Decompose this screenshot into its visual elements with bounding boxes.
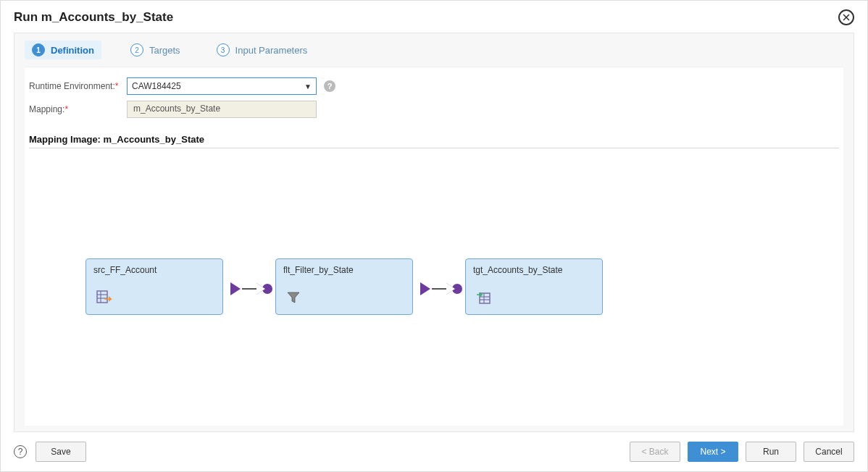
dialog-title: Run m_Accounts_by_State — [14, 10, 173, 25]
mapping-canvas: src_FF_Account — [29, 156, 839, 373]
help-icon[interactable]: ? — [324, 80, 335, 92]
dialog-footer: ? Save < Back Next > Run Cancel — [1, 432, 867, 471]
select-value: CAW184425 — [132, 81, 181, 91]
close-button[interactable] — [838, 9, 854, 25]
tab-targets[interactable]: 2 Targets — [123, 41, 188, 59]
runtime-env-row: Runtime Environment:* CAW184425 ▼ ? — [29, 77, 839, 95]
chevron-down-icon: ▼ — [304, 83, 312, 90]
node-title: tgt_Accounts_by_State — [473, 265, 595, 275]
node-filter[interactable]: flt_Filter_by_State — [275, 258, 413, 315]
runtime-env-select[interactable]: CAW184425 ▼ — [127, 77, 317, 95]
label-text: Mapping: — [29, 104, 64, 114]
arrow-icon — [230, 282, 241, 295]
section-divider — [29, 148, 839, 148]
save-button[interactable]: Save — [36, 442, 86, 462]
node-target[interactable]: tgt_Accounts_by_State — [465, 258, 603, 315]
tab-definition[interactable]: 1 Definition — [25, 41, 101, 59]
target-icon — [476, 290, 492, 307]
connector-line — [242, 288, 258, 290]
node-title: flt_Filter_by_State — [283, 265, 405, 275]
connector-1 — [230, 282, 272, 295]
next-button[interactable]: Next > — [688, 442, 738, 462]
mapping-row: Mapping:* m_Accounts_by_State — [29, 101, 839, 118]
filter-icon — [286, 290, 301, 307]
source-icon — [96, 290, 112, 307]
tab-label: Definition — [51, 45, 94, 56]
mapping-image-title: Mapping Image: m_Accounts_by_State — [29, 134, 839, 145]
runtime-env-label: Runtime Environment:* — [29, 81, 127, 91]
node-title: src_FF_Account — [93, 265, 215, 275]
footer-help-button[interactable]: ? — [14, 445, 27, 458]
svg-rect-2 — [97, 291, 107, 303]
required-asterisk: * — [64, 104, 68, 114]
footer-left: ? Save — [14, 442, 86, 462]
back-button[interactable]: < Back — [630, 442, 680, 462]
connector-line — [432, 288, 448, 290]
dialog-header: Run m_Accounts_by_State — [1, 1, 867, 31]
mapping-label: Mapping:* — [29, 104, 127, 114]
tab-label: Input Parameters — [235, 45, 308, 56]
port-in-icon — [446, 283, 455, 295]
footer-right: < Back Next > Run Cancel — [630, 442, 854, 462]
run-button[interactable]: Run — [746, 442, 796, 462]
cancel-button[interactable]: Cancel — [804, 442, 854, 462]
wizard-tabs: 1 Definition 2 Targets 3 Input Parameter… — [14, 33, 854, 67]
wizard-body: 1 Definition 2 Targets 3 Input Parameter… — [14, 33, 854, 432]
label-text: Runtime Environment: — [29, 81, 115, 91]
step-number: 2 — [130, 43, 143, 56]
run-mapping-dialog: Run m_Accounts_by_State 1 Definition 2 T… — [0, 0, 868, 472]
tab-input-parameters[interactable]: 3 Input Parameters — [209, 41, 315, 59]
required-asterisk: * — [115, 81, 119, 91]
step-number: 1 — [32, 43, 45, 56]
step-number: 3 — [217, 43, 230, 56]
close-icon — [843, 14, 850, 21]
node-source[interactable]: src_FF_Account — [85, 258, 223, 315]
tab-label: Targets — [149, 45, 180, 56]
port-in-icon — [256, 283, 265, 295]
arrow-icon — [420, 282, 430, 295]
mapping-field: m_Accounts_by_State — [127, 101, 317, 118]
connector-2 — [420, 282, 462, 295]
tab-content: Runtime Environment:* CAW184425 ▼ ? Mapp… — [25, 67, 843, 426]
